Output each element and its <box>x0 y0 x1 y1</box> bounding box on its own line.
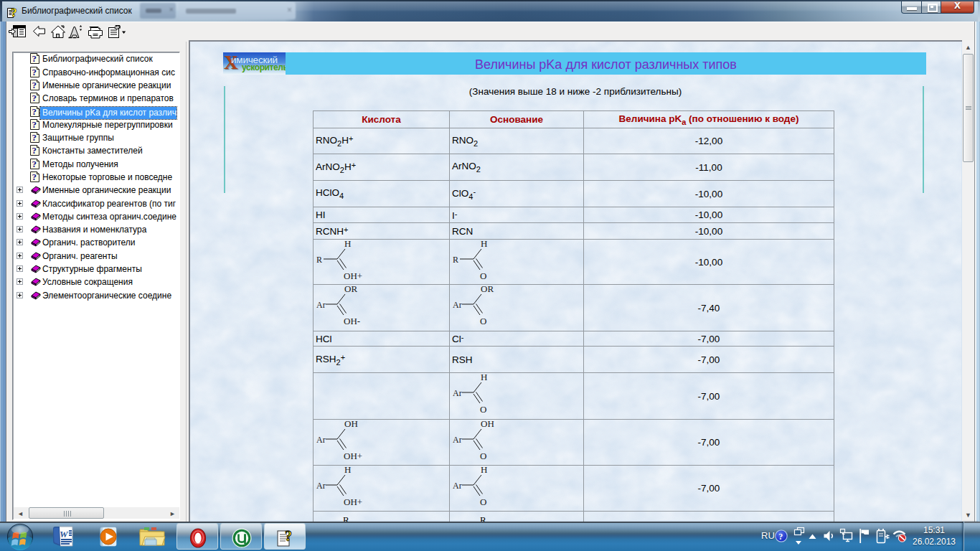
svg-text:O: O <box>480 316 486 326</box>
svg-text:Ar: Ar <box>316 300 326 310</box>
svg-text:OH: OH <box>344 420 358 429</box>
svg-text:OR: OR <box>344 286 357 294</box>
svg-text:?: ? <box>285 528 292 544</box>
svg-text:?: ? <box>778 532 783 542</box>
svg-text:R: R <box>316 255 322 265</box>
svg-text:OH-: OH- <box>344 316 360 326</box>
svg-text:O: O <box>480 496 486 507</box>
svg-text:?: ? <box>32 145 37 156</box>
svg-text:OH+: OH+ <box>344 496 362 507</box>
svg-text:?: ? <box>32 132 37 143</box>
svg-text:Ar: Ar <box>453 388 462 398</box>
svg-text:H: H <box>481 374 487 382</box>
svg-text:OR: OR <box>481 286 494 294</box>
svg-text:OH+: OH+ <box>344 270 362 281</box>
svg-text:?: ? <box>32 119 37 130</box>
svg-text:?: ? <box>32 106 37 117</box>
svg-text:Ar: Ar <box>453 300 462 310</box>
svg-text:H: H <box>481 240 487 249</box>
svg-text:R: R <box>453 255 458 265</box>
svg-text:O: O <box>480 451 486 461</box>
svg-text:?: ? <box>32 67 37 77</box>
svg-text:?: ? <box>32 159 37 169</box>
svg-text:?: ? <box>11 7 17 19</box>
svg-text:Ar: Ar <box>316 481 326 491</box>
svg-text:?: ? <box>32 171 37 182</box>
svg-text:?: ? <box>32 53 37 64</box>
svg-text:OH+: OH+ <box>344 451 362 461</box>
svg-text:Ar: Ar <box>453 435 462 445</box>
svg-text:OH: OH <box>481 420 494 429</box>
svg-text:W: W <box>60 529 69 540</box>
svg-text:O: O <box>480 270 486 281</box>
svg-text:Ar: Ar <box>316 435 326 445</box>
svg-text:?: ? <box>32 93 37 103</box>
svg-text:H: H <box>481 466 487 475</box>
svg-text:H: H <box>344 466 351 475</box>
svg-text:H: H <box>344 240 351 249</box>
svg-text:?: ? <box>32 80 37 90</box>
svg-text:Ar: Ar <box>453 481 462 491</box>
svg-text:O: O <box>480 404 486 415</box>
